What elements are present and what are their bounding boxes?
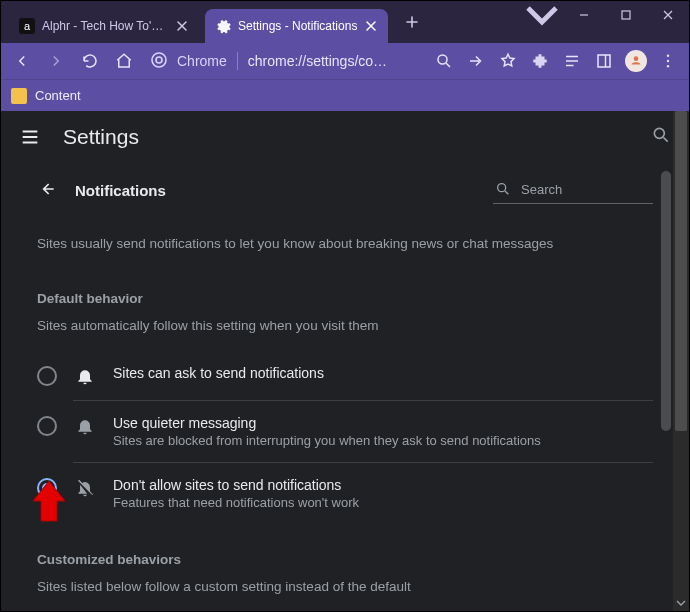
bookmark-content[interactable]: Content bbox=[35, 88, 81, 103]
bell-off-icon bbox=[75, 478, 95, 498]
option-title: Use quieter messaging bbox=[113, 415, 541, 431]
content-scrollbar[interactable] bbox=[659, 171, 673, 611]
svg-point-3 bbox=[152, 53, 166, 67]
chevron-down-icon[interactable] bbox=[521, 1, 563, 29]
annotation-arrow bbox=[27, 479, 71, 523]
hamburger-icon[interactable] bbox=[19, 126, 41, 148]
svg-point-7 bbox=[634, 56, 639, 61]
svg-point-5 bbox=[438, 55, 447, 64]
menu-button[interactable] bbox=[653, 46, 683, 76]
settings-appbar: Settings bbox=[1, 111, 689, 163]
svg-point-10 bbox=[667, 65, 669, 67]
folder-icon bbox=[11, 88, 27, 104]
scrollbar-thumb[interactable] bbox=[661, 171, 671, 431]
close-button[interactable] bbox=[647, 1, 689, 29]
scrollbar-thumb[interactable] bbox=[675, 111, 687, 431]
option-dont-allow[interactable]: Don't allow sites to send notifications … bbox=[37, 463, 653, 524]
settings-search[interactable]: Search bbox=[493, 177, 653, 204]
toolbar-actions bbox=[429, 46, 683, 76]
tab-alphr[interactable]: a Alphr - Tech How To's & G bbox=[9, 9, 199, 43]
forward-button[interactable] bbox=[41, 46, 71, 76]
side-panel-icon[interactable] bbox=[589, 46, 619, 76]
search-placeholder: Search bbox=[521, 182, 562, 197]
radio-icon[interactable] bbox=[37, 366, 57, 386]
star-icon[interactable] bbox=[493, 46, 523, 76]
svg-point-12 bbox=[498, 184, 506, 192]
option-subtitle: Sites are blocked from interrupting you … bbox=[113, 433, 541, 448]
page-title: Notifications bbox=[75, 182, 166, 199]
default-behavior-hint: Sites automatically follow this setting … bbox=[37, 318, 653, 333]
window-titlebar: a Alphr - Tech How To's & G Settings - N… bbox=[1, 1, 689, 43]
svg-point-4 bbox=[156, 57, 162, 63]
svg-point-8 bbox=[667, 55, 669, 57]
back-button[interactable] bbox=[7, 46, 37, 76]
customized-hint: Sites listed below follow a custom setti… bbox=[37, 579, 653, 594]
bookmarks-bar: Content bbox=[1, 79, 689, 111]
tab-settings[interactable]: Settings - Notifications bbox=[205, 9, 388, 43]
svg-rect-2 bbox=[622, 11, 630, 19]
option-subtitle: Features that need notifications won't w… bbox=[113, 495, 359, 510]
tab-label: Settings - Notifications bbox=[238, 19, 357, 33]
new-tab-button[interactable] bbox=[398, 8, 426, 36]
omnibox-url: chrome://settings/co… bbox=[248, 53, 387, 69]
home-button[interactable] bbox=[109, 46, 139, 76]
svg-point-9 bbox=[667, 60, 669, 62]
scroll-down-icon[interactable] bbox=[673, 595, 689, 611]
svg-text:a: a bbox=[24, 20, 31, 32]
svg-rect-6 bbox=[598, 55, 610, 67]
browser-toolbar: Chrome chrome://settings/co… bbox=[1, 43, 689, 79]
bell-icon bbox=[75, 416, 95, 436]
option-quieter-messaging[interactable]: Use quieter messaging Sites are blocked … bbox=[37, 401, 653, 462]
omnibox[interactable]: Chrome chrome://settings/co… bbox=[151, 52, 387, 71]
window-scrollbar[interactable] bbox=[673, 111, 689, 611]
reload-button[interactable] bbox=[75, 46, 105, 76]
omnibox-separator bbox=[237, 52, 238, 70]
gear-icon bbox=[215, 18, 231, 34]
option-title: Sites can ask to send notifications bbox=[113, 365, 324, 381]
alphr-favicon: a bbox=[19, 18, 35, 34]
omnibox-scheme: Chrome bbox=[177, 53, 227, 69]
page-header: Notifications Search bbox=[37, 177, 653, 204]
options-list: Sites can ask to send notifications Use … bbox=[37, 351, 653, 524]
customized-title: Customized behaviors bbox=[37, 552, 653, 567]
radio-icon[interactable] bbox=[37, 416, 57, 436]
back-arrow-icon[interactable] bbox=[37, 179, 57, 203]
close-icon[interactable] bbox=[175, 19, 189, 33]
maximize-button[interactable] bbox=[605, 1, 647, 29]
tab-label: Alphr - Tech How To's & G bbox=[42, 19, 168, 33]
zoom-icon[interactable] bbox=[429, 46, 459, 76]
settings-content: Notifications Search Sites usually send … bbox=[1, 163, 689, 611]
window-controls bbox=[521, 1, 689, 43]
profile-avatar[interactable] bbox=[621, 46, 651, 76]
settings-page: Settings Notifications Search Sites usua… bbox=[1, 111, 689, 611]
option-title: Don't allow sites to send notifications bbox=[113, 477, 359, 493]
chrome-icon bbox=[151, 52, 167, 71]
page-description: Sites usually send notifications to let … bbox=[37, 236, 653, 251]
appbar-search-icon[interactable] bbox=[651, 125, 671, 149]
extensions-icon[interactable] bbox=[525, 46, 555, 76]
close-icon[interactable] bbox=[364, 19, 378, 33]
svg-point-11 bbox=[654, 128, 664, 138]
bell-icon bbox=[75, 366, 95, 386]
option-sites-can-ask[interactable]: Sites can ask to send notifications bbox=[37, 351, 653, 400]
share-icon[interactable] bbox=[461, 46, 491, 76]
minimize-button[interactable] bbox=[563, 1, 605, 29]
default-behavior-title: Default behavior bbox=[37, 291, 653, 306]
reading-list-icon[interactable] bbox=[557, 46, 587, 76]
app-title: Settings bbox=[63, 125, 139, 149]
